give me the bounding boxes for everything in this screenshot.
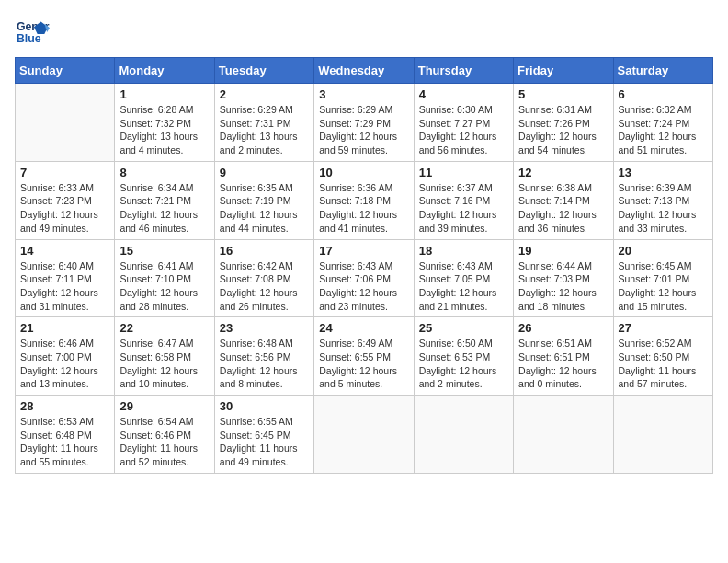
day-info: Sunrise: 6:29 AMSunset: 7:31 PMDaylight:…	[220, 103, 309, 157]
day-info: Sunrise: 6:43 AMSunset: 7:05 PMDaylight:…	[419, 259, 508, 314]
day-info: Sunrise: 6:54 AMSunset: 6:46 PMDaylight:…	[119, 415, 209, 469]
calendar-header-row: SundayMondayTuesdayWednesdayThursdayFrid…	[16, 58, 713, 84]
day-info: Sunrise: 6:41 AMSunset: 7:10 PMDaylight:…	[119, 259, 209, 314]
day-info: Sunrise: 6:55 AMSunset: 6:45 PMDaylight:…	[220, 415, 309, 469]
day-info: Sunrise: 6:44 AMSunset: 7:03 PMDaylight:…	[518, 259, 608, 314]
day-info: Sunrise: 6:33 AMSunset: 7:23 PMDaylight:…	[20, 181, 109, 236]
day-info: Sunrise: 6:52 AMSunset: 6:50 PMDaylight:…	[619, 337, 708, 391]
day-number: 20	[619, 244, 708, 258]
day-number: 16	[220, 244, 309, 258]
calendar-cell: 19Sunrise: 6:44 AMSunset: 7:03 PMDayligh…	[514, 239, 613, 317]
calendar-cell: 5Sunrise: 6:31 AMSunset: 7:26 PMDaylight…	[514, 84, 613, 162]
day-info: Sunrise: 6:31 AMSunset: 7:26 PMDaylight:…	[518, 103, 608, 157]
calendar-cell	[613, 396, 712, 474]
calendar-cell: 15Sunrise: 6:41 AMSunset: 7:10 PMDayligh…	[115, 239, 214, 317]
day-info: Sunrise: 6:37 AMSunset: 7:16 PMDaylight:…	[419, 181, 508, 236]
logo: General Blue	[15, 15, 53, 50]
day-info: Sunrise: 6:42 AMSunset: 7:08 PMDaylight:…	[220, 259, 309, 314]
day-number: 12	[518, 166, 608, 179]
calendar-cell: 16Sunrise: 6:42 AMSunset: 7:08 PMDayligh…	[214, 239, 313, 317]
day-number: 3	[319, 87, 408, 101]
day-info: Sunrise: 6:32 AMSunset: 7:24 PMDaylight:…	[619, 103, 708, 157]
calendar-cell: 11Sunrise: 6:37 AMSunset: 7:16 PMDayligh…	[414, 161, 513, 239]
calendar-cell: 12Sunrise: 6:38 AMSunset: 7:14 PMDayligh…	[514, 161, 613, 239]
day-number: 19	[518, 244, 608, 258]
calendar-cell: 30Sunrise: 6:55 AMSunset: 6:45 PMDayligh…	[214, 396, 313, 474]
day-info: Sunrise: 6:43 AMSunset: 7:06 PMDaylight:…	[319, 259, 408, 314]
calendar-cell: 20Sunrise: 6:45 AMSunset: 7:01 PMDayligh…	[613, 239, 712, 317]
calendar-cell: 24Sunrise: 6:49 AMSunset: 6:55 PMDayligh…	[314, 317, 414, 396]
calendar-cell: 27Sunrise: 6:52 AMSunset: 6:50 PMDayligh…	[613, 317, 712, 396]
calendar-week-0: 1Sunrise: 6:28 AMSunset: 7:32 PMDaylight…	[16, 84, 713, 162]
header-friday: Friday	[514, 58, 613, 84]
day-info: Sunrise: 6:48 AMSunset: 6:56 PMDaylight:…	[220, 337, 309, 391]
header-sunday: Sunday	[16, 58, 115, 84]
calendar-table: SundayMondayTuesdayWednesdayThursdayFrid…	[15, 57, 713, 474]
day-number: 11	[419, 166, 508, 179]
day-info: Sunrise: 6:34 AMSunset: 7:21 PMDaylight:…	[119, 181, 209, 236]
day-number: 29	[119, 399, 209, 413]
calendar-cell: 8Sunrise: 6:34 AMSunset: 7:21 PMDaylight…	[115, 161, 214, 239]
calendar-cell: 9Sunrise: 6:35 AMSunset: 7:19 PMDaylight…	[214, 161, 313, 239]
page-header: General Blue	[15, 15, 713, 50]
day-number: 14	[20, 244, 109, 258]
svg-text:Blue: Blue	[17, 32, 41, 45]
calendar-cell: 18Sunrise: 6:43 AMSunset: 7:05 PMDayligh…	[414, 239, 513, 317]
calendar-week-3: 21Sunrise: 6:46 AMSunset: 7:00 PMDayligh…	[16, 317, 713, 396]
day-number: 26	[518, 321, 608, 335]
day-info: Sunrise: 6:30 AMSunset: 7:27 PMDaylight:…	[419, 103, 508, 157]
header-monday: Monday	[115, 58, 214, 84]
calendar-week-2: 14Sunrise: 6:40 AMSunset: 7:11 PMDayligh…	[16, 239, 713, 317]
calendar-cell: 17Sunrise: 6:43 AMSunset: 7:06 PMDayligh…	[314, 239, 414, 317]
calendar-cell: 4Sunrise: 6:30 AMSunset: 7:27 PMDaylight…	[414, 84, 513, 162]
day-info: Sunrise: 6:49 AMSunset: 6:55 PMDaylight:…	[319, 337, 408, 391]
day-info: Sunrise: 6:46 AMSunset: 7:00 PMDaylight:…	[20, 337, 109, 391]
day-number: 2	[220, 87, 309, 101]
day-number: 7	[20, 166, 109, 179]
calendar-cell: 7Sunrise: 6:33 AMSunset: 7:23 PMDaylight…	[16, 161, 115, 239]
day-number: 23	[220, 321, 309, 335]
calendar-cell	[16, 84, 115, 162]
header-tuesday: Tuesday	[214, 58, 313, 84]
day-number: 6	[619, 87, 708, 101]
day-info: Sunrise: 6:38 AMSunset: 7:14 PMDaylight:…	[518, 181, 608, 236]
day-info: Sunrise: 6:29 AMSunset: 7:29 PMDaylight:…	[319, 103, 408, 157]
day-info: Sunrise: 6:35 AMSunset: 7:19 PMDaylight:…	[220, 181, 309, 236]
calendar-cell: 13Sunrise: 6:39 AMSunset: 7:13 PMDayligh…	[613, 161, 712, 239]
day-info: Sunrise: 6:50 AMSunset: 6:53 PMDaylight:…	[419, 337, 508, 391]
day-number: 22	[119, 321, 209, 335]
calendar-cell: 26Sunrise: 6:51 AMSunset: 6:51 PMDayligh…	[514, 317, 613, 396]
header-wednesday: Wednesday	[314, 58, 414, 84]
calendar-cell: 1Sunrise: 6:28 AMSunset: 7:32 PMDaylight…	[115, 84, 214, 162]
day-number: 4	[419, 87, 508, 101]
calendar-cell: 28Sunrise: 6:53 AMSunset: 6:48 PMDayligh…	[16, 396, 115, 474]
calendar-cell	[514, 396, 613, 474]
day-number: 17	[319, 244, 408, 258]
day-info: Sunrise: 6:53 AMSunset: 6:48 PMDaylight:…	[20, 415, 109, 469]
logo-icon: General Blue	[15, 15, 50, 50]
day-number: 9	[220, 166, 309, 179]
calendar-cell	[414, 396, 513, 474]
calendar-cell: 2Sunrise: 6:29 AMSunset: 7:31 PMDaylight…	[214, 84, 313, 162]
day-info: Sunrise: 6:36 AMSunset: 7:18 PMDaylight:…	[319, 181, 408, 236]
header-saturday: Saturday	[613, 58, 712, 84]
day-number: 10	[319, 166, 408, 179]
calendar-cell: 14Sunrise: 6:40 AMSunset: 7:11 PMDayligh…	[16, 239, 115, 317]
calendar-cell: 21Sunrise: 6:46 AMSunset: 7:00 PMDayligh…	[16, 317, 115, 396]
day-info: Sunrise: 6:51 AMSunset: 6:51 PMDaylight:…	[518, 337, 608, 391]
calendar-cell: 23Sunrise: 6:48 AMSunset: 6:56 PMDayligh…	[214, 317, 313, 396]
day-info: Sunrise: 6:28 AMSunset: 7:32 PMDaylight:…	[119, 103, 209, 157]
day-number: 8	[119, 166, 209, 179]
day-info: Sunrise: 6:47 AMSunset: 6:58 PMDaylight:…	[119, 337, 209, 391]
calendar-cell: 3Sunrise: 6:29 AMSunset: 7:29 PMDaylight…	[314, 84, 414, 162]
day-number: 1	[119, 87, 209, 101]
day-info: Sunrise: 6:40 AMSunset: 7:11 PMDaylight:…	[20, 259, 109, 314]
calendar-cell: 29Sunrise: 6:54 AMSunset: 6:46 PMDayligh…	[115, 396, 214, 474]
day-number: 24	[319, 321, 408, 335]
header-thursday: Thursday	[414, 58, 513, 84]
calendar-cell: 10Sunrise: 6:36 AMSunset: 7:18 PMDayligh…	[314, 161, 414, 239]
day-number: 15	[119, 244, 209, 258]
day-info: Sunrise: 6:39 AMSunset: 7:13 PMDaylight:…	[619, 181, 708, 236]
day-info: Sunrise: 6:45 AMSunset: 7:01 PMDaylight:…	[619, 259, 708, 314]
calendar-week-1: 7Sunrise: 6:33 AMSunset: 7:23 PMDaylight…	[16, 161, 713, 239]
